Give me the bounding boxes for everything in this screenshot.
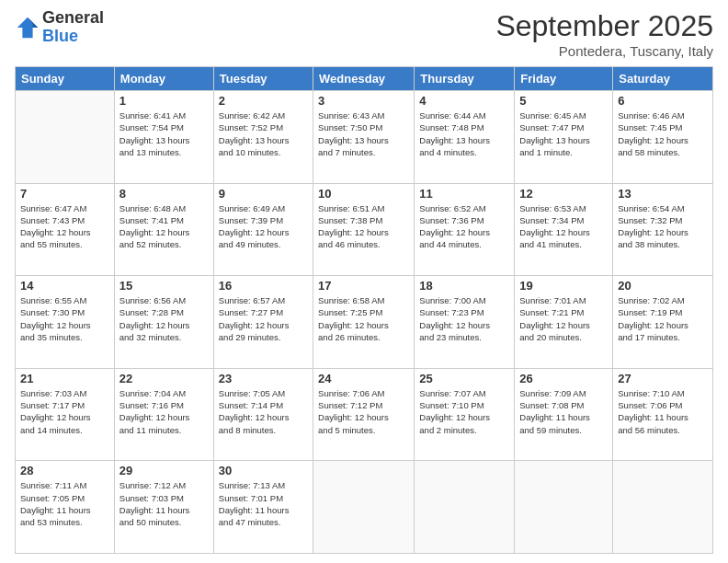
- day-info: Sunrise: 7:13 AM Sunset: 7:01 PM Dayligh…: [219, 479, 308, 528]
- day-number: 5: [519, 94, 608, 108]
- calendar-cell: [415, 461, 515, 554]
- day-number: 18: [419, 279, 509, 293]
- calendar-cell: 23Sunrise: 7:05 AM Sunset: 7:14 PM Dayli…: [213, 368, 313, 461]
- calendar-cell: 19Sunrise: 7:01 AM Sunset: 7:21 PM Dayli…: [515, 276, 613, 369]
- day-info: Sunrise: 6:46 AM Sunset: 7:45 PM Dayligh…: [618, 109, 708, 158]
- calendar-cell: 5Sunrise: 6:45 AM Sunset: 7:47 PM Daylig…: [515, 91, 613, 184]
- calendar-week-row: 28Sunrise: 7:11 AM Sunset: 7:05 PM Dayli…: [16, 461, 713, 554]
- logo-general: General: [42, 9, 104, 28]
- day-info: Sunrise: 7:06 AM Sunset: 7:12 PM Dayligh…: [318, 387, 409, 436]
- calendar-cell: 28Sunrise: 7:11 AM Sunset: 7:05 PM Dayli…: [16, 461, 115, 554]
- location: Pontedera, Tuscany, Italy: [495, 43, 713, 59]
- calendar-cell: 26Sunrise: 7:09 AM Sunset: 7:08 PM Dayli…: [515, 368, 613, 461]
- calendar-cell: 4Sunrise: 6:44 AM Sunset: 7:48 PM Daylig…: [415, 91, 515, 184]
- calendar-cell: 3Sunrise: 6:43 AM Sunset: 7:50 PM Daylig…: [313, 91, 415, 184]
- day-info: Sunrise: 7:03 AM Sunset: 7:17 PM Dayligh…: [20, 387, 109, 436]
- calendar-cell: 18Sunrise: 7:00 AM Sunset: 7:23 PM Dayli…: [415, 276, 515, 369]
- calendar-day-header: Monday: [114, 67, 213, 91]
- page: General Blue September 2025 Pontedera, T…: [0, 0, 728, 563]
- day-number: 28: [20, 464, 109, 477]
- calendar-cell: 27Sunrise: 7:10 AM Sunset: 7:06 PM Dayli…: [613, 368, 713, 461]
- day-info: Sunrise: 6:55 AM Sunset: 7:30 PM Dayligh…: [20, 294, 109, 343]
- calendar-day-header: Thursday: [415, 67, 515, 91]
- calendar-cell: 12Sunrise: 6:53 AM Sunset: 7:34 PM Dayli…: [515, 183, 613, 276]
- day-info: Sunrise: 7:12 AM Sunset: 7:03 PM Dayligh…: [119, 479, 209, 528]
- day-number: 6: [618, 94, 708, 108]
- logo-blue: Blue: [42, 28, 104, 46]
- day-number: 17: [318, 279, 409, 293]
- day-number: 30: [219, 464, 308, 477]
- calendar-day-header: Saturday: [613, 67, 713, 91]
- day-number: 21: [20, 372, 109, 385]
- calendar-cell: 20Sunrise: 7:02 AM Sunset: 7:19 PM Dayli…: [613, 276, 713, 369]
- calendar-week-row: 1Sunrise: 6:41 AM Sunset: 7:54 PM Daylig…: [16, 91, 713, 184]
- calendar-cell: 14Sunrise: 6:55 AM Sunset: 7:30 PM Dayli…: [16, 276, 115, 369]
- calendar-cell: [613, 461, 713, 554]
- day-info: Sunrise: 7:04 AM Sunset: 7:16 PM Dayligh…: [119, 387, 209, 436]
- day-number: 29: [119, 464, 209, 477]
- calendar-cell: 7Sunrise: 6:47 AM Sunset: 7:43 PM Daylig…: [16, 183, 115, 276]
- calendar-cell: 9Sunrise: 6:49 AM Sunset: 7:39 PM Daylig…: [213, 183, 313, 276]
- calendar-day-header: Tuesday: [213, 67, 313, 91]
- day-info: Sunrise: 6:57 AM Sunset: 7:27 PM Dayligh…: [219, 294, 308, 343]
- day-info: Sunrise: 6:41 AM Sunset: 7:54 PM Dayligh…: [119, 109, 209, 158]
- day-number: 16: [219, 279, 308, 293]
- month-title: September 2025: [495, 9, 713, 43]
- day-info: Sunrise: 6:43 AM Sunset: 7:50 PM Dayligh…: [318, 109, 409, 158]
- day-number: 23: [219, 372, 308, 385]
- day-number: 27: [618, 372, 708, 385]
- day-info: Sunrise: 6:42 AM Sunset: 7:52 PM Dayligh…: [219, 109, 308, 158]
- calendar-week-row: 21Sunrise: 7:03 AM Sunset: 7:17 PM Dayli…: [16, 368, 713, 461]
- day-number: 7: [20, 187, 109, 201]
- day-info: Sunrise: 6:45 AM Sunset: 7:47 PM Dayligh…: [519, 109, 608, 158]
- day-number: 13: [618, 187, 708, 201]
- calendar-cell: 17Sunrise: 6:58 AM Sunset: 7:25 PM Dayli…: [313, 276, 415, 369]
- day-info: Sunrise: 7:07 AM Sunset: 7:10 PM Dayligh…: [419, 387, 509, 436]
- day-info: Sunrise: 7:00 AM Sunset: 7:23 PM Dayligh…: [419, 294, 509, 343]
- calendar-cell: 13Sunrise: 6:54 AM Sunset: 7:32 PM Dayli…: [613, 183, 713, 276]
- day-number: 22: [119, 372, 209, 385]
- calendar-cell: 10Sunrise: 6:51 AM Sunset: 7:38 PM Dayli…: [313, 183, 415, 276]
- calendar-cell: 24Sunrise: 7:06 AM Sunset: 7:12 PM Dayli…: [313, 368, 415, 461]
- day-info: Sunrise: 7:01 AM Sunset: 7:21 PM Dayligh…: [519, 294, 608, 343]
- day-info: Sunrise: 6:54 AM Sunset: 7:32 PM Dayligh…: [618, 202, 708, 251]
- day-number: 26: [519, 372, 608, 385]
- day-number: 8: [119, 187, 209, 201]
- calendar-cell: 25Sunrise: 7:07 AM Sunset: 7:10 PM Dayli…: [415, 368, 515, 461]
- calendar-cell: 1Sunrise: 6:41 AM Sunset: 7:54 PM Daylig…: [114, 91, 213, 184]
- calendar-day-header: Sunday: [16, 67, 115, 91]
- day-info: Sunrise: 7:05 AM Sunset: 7:14 PM Dayligh…: [219, 387, 308, 436]
- day-info: Sunrise: 6:48 AM Sunset: 7:41 PM Dayligh…: [119, 202, 209, 251]
- logo-text: General Blue: [42, 9, 104, 46]
- calendar-cell: 29Sunrise: 7:12 AM Sunset: 7:03 PM Dayli…: [114, 461, 213, 554]
- day-number: 14: [20, 279, 109, 293]
- day-info: Sunrise: 6:47 AM Sunset: 7:43 PM Dayligh…: [20, 202, 109, 251]
- calendar-cell: [515, 461, 613, 554]
- calendar-cell: 8Sunrise: 6:48 AM Sunset: 7:41 PM Daylig…: [114, 183, 213, 276]
- calendar-day-header: Wednesday: [313, 67, 415, 91]
- calendar-week-row: 7Sunrise: 6:47 AM Sunset: 7:43 PM Daylig…: [16, 183, 713, 276]
- day-info: Sunrise: 6:56 AM Sunset: 7:28 PM Dayligh…: [119, 294, 209, 343]
- calendar-cell: 15Sunrise: 6:56 AM Sunset: 7:28 PM Dayli…: [114, 276, 213, 369]
- calendar-cell: [313, 461, 415, 554]
- day-number: 9: [219, 187, 308, 201]
- day-info: Sunrise: 6:52 AM Sunset: 7:36 PM Dayligh…: [419, 202, 509, 251]
- calendar-table: SundayMondayTuesdayWednesdayThursdayFrid…: [15, 66, 713, 554]
- logo-icon: [15, 15, 40, 40]
- day-number: 20: [618, 279, 708, 293]
- day-info: Sunrise: 7:10 AM Sunset: 7:06 PM Dayligh…: [618, 387, 708, 436]
- day-number: 24: [318, 372, 409, 385]
- day-number: 11: [419, 187, 509, 201]
- day-info: Sunrise: 6:53 AM Sunset: 7:34 PM Dayligh…: [519, 202, 608, 251]
- day-number: 3: [318, 94, 409, 108]
- calendar-day-header: Friday: [515, 67, 613, 91]
- day-info: Sunrise: 6:44 AM Sunset: 7:48 PM Dayligh…: [419, 109, 509, 158]
- calendar-cell: 22Sunrise: 7:04 AM Sunset: 7:16 PM Dayli…: [114, 368, 213, 461]
- calendar-cell: 16Sunrise: 6:57 AM Sunset: 7:27 PM Dayli…: [213, 276, 313, 369]
- calendar-week-row: 14Sunrise: 6:55 AM Sunset: 7:30 PM Dayli…: [16, 276, 713, 369]
- day-number: 1: [119, 94, 209, 108]
- day-info: Sunrise: 7:02 AM Sunset: 7:19 PM Dayligh…: [618, 294, 708, 343]
- calendar-cell: 21Sunrise: 7:03 AM Sunset: 7:17 PM Dayli…: [16, 368, 115, 461]
- logo: General Blue: [15, 9, 104, 46]
- day-number: 12: [519, 187, 608, 201]
